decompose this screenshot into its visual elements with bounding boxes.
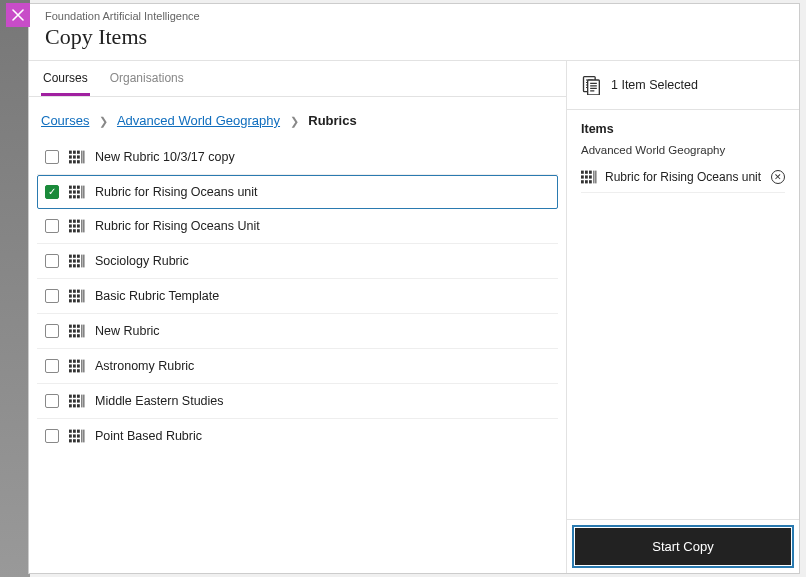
svg-rect-92 [73,434,76,437]
svg-rect-84 [73,404,76,407]
rubric-icon [69,185,85,199]
svg-rect-110 [593,171,594,184]
rubric-icon [69,219,85,233]
svg-rect-17 [69,195,72,198]
checkbox[interactable] [45,429,59,443]
svg-rect-50 [69,299,72,302]
rubric-icon [69,324,85,338]
rubric-label: Sociology Rubric [95,254,189,268]
breadcrumb-course[interactable]: Advanced World Geography [117,113,280,128]
svg-rect-96 [77,439,80,442]
checkbox[interactable] [45,289,59,303]
svg-rect-47 [69,294,72,297]
svg-rect-60 [77,329,80,332]
tab-organisations[interactable]: Organisations [108,61,186,96]
selected-items-icon [581,75,601,95]
svg-rect-86 [81,395,82,408]
rubric-label: New Rubric [95,324,160,338]
tab-courses[interactable]: Courses [41,61,90,96]
svg-rect-108 [585,180,588,183]
selection-body: Items Advanced World Geography Rubric fo… [567,110,799,519]
svg-rect-65 [83,325,84,338]
svg-rect-85 [77,404,80,407]
svg-rect-79 [77,395,80,398]
source-tabs: CoursesOrganisations [29,61,566,97]
svg-rect-95 [73,439,76,442]
svg-rect-51 [73,299,76,302]
course-context-label: Foundation Artificial Intelligence [45,10,783,22]
rubric-icon [69,394,85,408]
checkbox[interactable]: ✓ [45,185,59,199]
svg-rect-7 [73,160,76,163]
rubric-icon [69,359,85,373]
rubric-label: Rubric for Rising Oceans Unit [95,219,260,233]
svg-rect-36 [69,259,72,262]
svg-rect-39 [69,264,72,267]
rubric-row[interactable]: Sociology Rubric [37,244,558,279]
svg-rect-105 [585,175,588,178]
svg-rect-3 [69,155,72,158]
svg-rect-15 [73,190,76,193]
checkbox[interactable] [45,324,59,338]
rubric-icon [69,254,85,268]
breadcrumb-root[interactable]: Courses [41,113,89,128]
svg-rect-5 [77,155,80,158]
svg-rect-90 [77,430,80,433]
rubric-row[interactable]: ✓Rubric for Rising Oceans unit [37,175,558,209]
svg-rect-102 [585,171,588,174]
rubric-row[interactable]: Point Based Rubric [37,419,558,453]
svg-rect-74 [77,369,80,372]
svg-rect-87 [83,395,84,408]
start-copy-button[interactable]: Start Copy [575,528,791,565]
svg-rect-53 [81,290,82,303]
svg-rect-69 [69,364,72,367]
rubric-row[interactable]: Middle Eastern Studies [37,384,558,419]
rubric-label: New Rubric 10/3/17 copy [95,150,235,164]
svg-rect-12 [73,186,76,189]
svg-rect-111 [595,171,596,184]
selection-course-name: Advanced World Geography [581,144,785,156]
rubric-row[interactable]: New Rubric 10/3/17 copy [37,140,558,175]
selected-item-label: Rubric for Rising Oceans unit [605,170,763,184]
svg-rect-25 [69,224,72,227]
checkbox[interactable] [45,150,59,164]
chevron-right-icon: ❯ [290,115,299,127]
selection-footer: Start Copy [567,519,799,573]
rubric-row[interactable]: Rubric for Rising Oceans Unit [37,209,558,244]
svg-rect-107 [581,180,584,183]
svg-rect-41 [77,264,80,267]
rubric-row[interactable]: Basic Rubric Template [37,279,558,314]
svg-rect-13 [77,186,80,189]
svg-rect-106 [589,175,592,178]
breadcrumb-current: Rubrics [308,113,356,128]
svg-rect-10 [83,151,84,164]
rubric-row[interactable]: Astronomy Rubric [37,349,558,384]
svg-rect-35 [77,255,80,258]
remove-item-button[interactable]: ✕ [771,170,785,184]
svg-rect-14 [69,190,72,193]
svg-rect-26 [73,224,76,227]
svg-rect-59 [73,329,76,332]
svg-rect-2 [77,151,80,154]
svg-rect-100 [588,80,600,95]
rubric-row[interactable]: New Rubric [37,314,558,349]
svg-rect-103 [589,171,592,174]
source-panel: CoursesOrganisations Courses ❯ Advanced … [29,61,567,573]
svg-rect-48 [73,294,76,297]
svg-rect-40 [73,264,76,267]
close-button[interactable] [6,3,30,27]
checkbox[interactable] [45,254,59,268]
svg-rect-64 [81,325,82,338]
checkbox[interactable] [45,359,59,373]
svg-rect-78 [73,395,76,398]
checkbox[interactable] [45,219,59,233]
svg-rect-63 [77,334,80,337]
svg-rect-77 [69,395,72,398]
svg-rect-9 [81,151,82,164]
svg-rect-42 [81,255,82,268]
close-icon [12,9,24,21]
checkbox[interactable] [45,394,59,408]
svg-rect-16 [77,190,80,193]
rubric-icon [69,429,85,443]
svg-rect-21 [83,186,84,199]
